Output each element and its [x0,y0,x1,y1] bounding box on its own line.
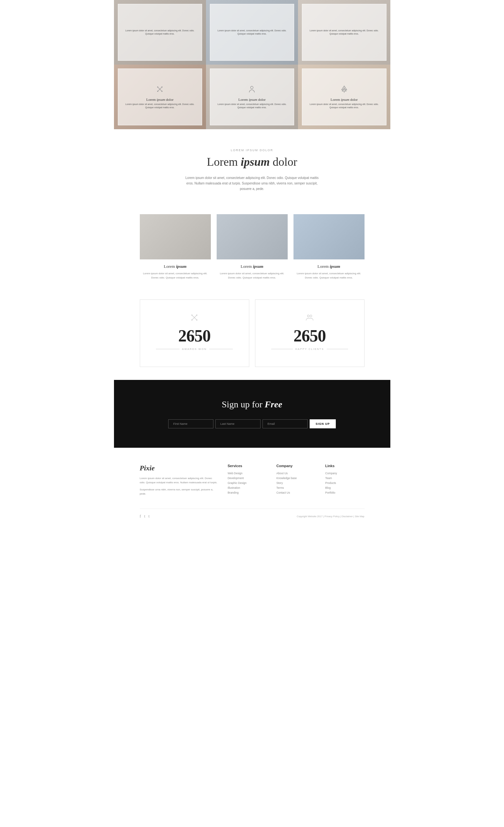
card-col-1: Lorem ipsum Lorem ipsum dolor sit amet, … [140,214,211,280]
card-title-2: Lorem ipsum [217,264,288,269]
footer-copyright: Copyright Website 2017 | Privacy Policy … [297,515,364,518]
services-heading: Services [228,464,267,468]
company-heading: Company [276,464,315,468]
footer-social: f t t [140,514,150,519]
portfolio-cell-3-text: Lorem ipsum dolor sit amet, consectetuer… [305,29,383,36]
svg-point-16 [307,315,309,317]
heading-em: ipsum [241,155,269,168]
service-item-3[interactable]: Graphic Design [228,481,267,485]
tree-icon [305,85,383,95]
card-desc-1: Lorem ipsum dolor sit amet, consectetuer… [140,272,211,280]
company-list: About Us Knowledge base Story Terms Cont… [276,472,315,494]
card-desc-2: Lorem ipsum dolor sit amet, consectetuer… [217,272,288,280]
card5-title: Lorem ipsum dolor [213,98,291,101]
footer-brand: Pixie Lorem ipsum dolor sit amet, consec… [140,464,218,499]
service-item-2[interactable]: Development [228,477,267,480]
service-item-5[interactable]: Branding [228,491,267,494]
portfolio-cell-2-text: Lorem ipsum dolor sit amet, consectetuer… [213,29,291,36]
email-input[interactable] [262,419,308,428]
footer-services: Services Web Design Development Graphic … [228,464,267,499]
stat-icon-1 [147,313,243,324]
svg-point-6 [251,86,253,89]
portfolio-grid-row2: Lorem ipsum dolor Lorem ipsum dolor sit … [114,64,390,129]
link-item-4[interactable]: Blog [325,486,364,489]
last-name-input[interactable] [215,419,260,428]
services-list: Web Design Development Graphic Design Il… [228,472,267,494]
brand-desc-2: Suspendisse urna nibh, viverra non, semp… [140,487,218,496]
arrows-icon [121,85,199,95]
footer-bottom: f t t Copyright Website 2017 | Privacy P… [140,508,364,519]
stat-box-1: 2650 AWARDS WON [140,299,249,367]
portfolio-cell-6[interactable]: Lorem ipsum dolor Lorem ipsum dolor sit … [298,64,390,129]
card5-desc: Lorem ipsum dolor sit amet, consectetuer… [213,103,291,109]
portfolio-grid-row1: Lorem ipsum dolor sit amet, consectetuer… [114,0,390,64]
link-item-5[interactable]: Portfolio [325,491,364,494]
links-heading: Links [325,464,364,468]
person-icon [213,85,291,95]
signup-heading-start: Sign up for [222,399,265,409]
signup-form: SIGN UP [120,419,384,428]
brand-desc-1: Lorem ipsum dolor sit amet, consectetuer… [140,476,218,485]
company-item-4[interactable]: Terms [276,486,315,489]
section-body: Lorem ipsum dolor sit amet, consectetuer… [183,175,321,192]
company-item-2[interactable]: Knowledge base [276,477,315,480]
first-name-input[interactable] [168,419,213,428]
card4-desc: Lorem ipsum dolor sit amet, consectetuer… [121,103,199,109]
stats-section: 2650 AWARDS WON 2650 HAPPY CLIENTS [114,290,390,380]
footer-company: Company About Us Knowledge base Story Te… [276,464,315,499]
link-item-2[interactable]: Team [325,477,364,480]
link-item-1[interactable]: Company [325,472,364,475]
portfolio-cell-1-text: Lorem ipsum dolor sit amet, consectetuer… [121,29,199,36]
footer-links: Links Company Team Products Blog Portfol… [325,464,364,499]
tumblr-icon[interactable]: t [149,514,150,519]
signup-button[interactable]: SIGN UP [310,419,336,428]
facebook-icon[interactable]: f [140,514,141,519]
link-item-3[interactable]: Products [325,481,364,485]
portfolio-cell-5[interactable]: Lorem ipsum dolor Lorem ipsum dolor sit … [206,64,298,129]
signup-heading-em: Free [265,399,282,409]
service-item-4[interactable]: Illustration [228,486,267,489]
card4-title: Lorem ipsum dolor [121,98,199,101]
portfolio-cell-1[interactable]: Lorem ipsum dolor sit amet, consectetuer… [114,0,206,64]
card-col-2: Lorem ipsum Lorem ipsum dolor sit amet, … [217,214,288,280]
stat-icon-2 [262,313,358,324]
service-item-1[interactable]: Web Design [228,472,267,475]
svg-point-17 [310,315,312,317]
stat-box-2: 2650 HAPPY CLIENTS [255,299,364,367]
twitter-icon[interactable]: t [144,514,145,519]
footer-top: Pixie Lorem ipsum dolor sit amet, consec… [140,464,364,499]
company-item-5[interactable]: Contact Us [276,491,315,494]
heading-end: dolor [270,155,297,168]
stat-label-2: HAPPY CLIENTS [295,348,324,350]
company-item-3[interactable]: Story [276,481,315,485]
company-item-1[interactable]: About Us [276,472,315,475]
card-col-3: Lorem ipsum Lorem ipsum dolor sit amet, … [294,214,364,280]
three-col-section: Lorem ipsum Lorem ipsum dolor sit amet, … [114,204,390,290]
card6-desc: Lorem ipsum dolor sit amet, consectetuer… [305,103,383,109]
stat-number-2: 2650 [262,328,358,344]
brand-name: Pixie [140,464,218,472]
stat-label-1: AWARDS WON [182,348,207,350]
card6-title: Lorem ipsum dolor [305,98,383,101]
card-image-1 [140,214,211,259]
links-list: Company Team Products Blog Portfolio [325,472,364,494]
portfolio-cell-3[interactable]: Lorem ipsum dolor sit amet, consectetuer… [298,0,390,64]
section-eyebrow: LOREM IPSUM DOLOR [120,149,384,152]
footer: Pixie Lorem ipsum dolor sit amet, consec… [114,448,390,529]
signup-section: Sign up for Free SIGN UP [114,380,390,448]
card-title-1: Lorem ipsum [140,264,211,269]
card-image-3 [294,214,364,259]
portfolio-cell-4[interactable]: Lorem ipsum dolor Lorem ipsum dolor sit … [114,64,206,129]
section-heading: Lorem ipsum dolor [120,155,384,168]
card-title-3: Lorem ipsum [294,264,364,269]
heading-start: Lorem [207,155,241,168]
signup-heading: Sign up for Free [120,399,384,409]
portfolio-cell-2[interactable]: Lorem ipsum dolor sit amet, consectetuer… [206,0,298,64]
card-desc-3: Lorem ipsum dolor sit amet, consectetuer… [294,272,364,280]
stat-number-1: 2650 [147,328,243,344]
card-image-2 [217,214,288,259]
section-lorem: LOREM IPSUM DOLOR Lorem ipsum dolor Lore… [114,129,390,204]
